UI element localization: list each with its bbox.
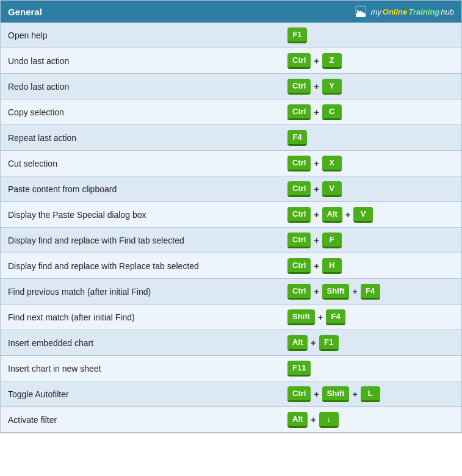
table-row: Find next match (after initial Find)Shif… [1, 305, 461, 330]
table-row: Find previous match (after initial Find)… [1, 279, 461, 305]
row-label: Insert embedded chart [1, 333, 281, 353]
key-badge: F11 [287, 361, 311, 377]
row-label: Open help [1, 26, 281, 45]
key-badge: Alt [287, 412, 308, 428]
key-badge: F4 [287, 130, 307, 146]
row-label: Find next match (after initial Find) [1, 308, 281, 327]
key-badge: F [322, 233, 342, 248]
key-separator: + [352, 287, 358, 297]
key-separator: + [313, 107, 319, 117]
key-badge: ↓ [319, 412, 339, 428]
key-badge: Shift [322, 386, 350, 402]
row-keys: F1 [281, 24, 461, 47]
key-separator: + [313, 56, 319, 66]
key-badge: Ctrl [287, 386, 311, 402]
row-keys: Ctrl+V [281, 178, 461, 201]
table-row: Open helpF1 [1, 23, 461, 48]
table-row: Display the Paste Special dialog boxCtrl… [1, 202, 461, 228]
key-separator: + [317, 312, 323, 322]
key-badge: Ctrl [287, 233, 311, 248]
key-badge: Ctrl [287, 207, 311, 223]
table-row: Activate filterAlt+↓ [1, 407, 461, 433]
logo: ▶ myOnlineTraininghub [355, 5, 454, 18]
key-badge: H [322, 258, 342, 274]
row-keys: Ctrl+Y [281, 75, 461, 98]
key-separator: + [313, 184, 319, 194]
shortcut-table: General ▶ myOnlineTraininghub Open helpF… [0, 0, 462, 433]
table-row: Paste content from clipboardCtrl+V [1, 176, 461, 202]
key-separator: + [352, 389, 358, 399]
row-keys: F11 [281, 357, 461, 380]
row-label: Paste content from clipboard [1, 179, 281, 199]
row-label: Cut selection [1, 154, 281, 173]
row-label: Redo last action [1, 77, 281, 96]
row-keys: Ctrl+H [281, 254, 461, 278]
row-label: Repeat last action [1, 128, 281, 148]
row-keys: Ctrl+Alt+V [281, 203, 461, 226]
key-badge: Ctrl [287, 258, 311, 274]
key-separator: + [313, 261, 319, 271]
key-badge: Z [322, 53, 342, 69]
table-row: Display find and replace with Find tab s… [1, 228, 461, 253]
logo-my: my [370, 7, 381, 16]
row-keys: Ctrl+Shift+F4 [281, 280, 461, 303]
row-label: Insert chart in new sheet [1, 359, 281, 378]
row-label: Undo last action [1, 51, 281, 71]
row-label: Display find and replace with Find tab s… [1, 231, 281, 250]
key-separator: + [310, 338, 316, 348]
row-label: Activate filter [1, 410, 281, 430]
row-label: Toggle Autofilter [1, 384, 281, 404]
table-title: General [8, 7, 42, 17]
key-separator: + [313, 82, 319, 92]
row-keys: Ctrl+Z [281, 49, 461, 73]
table-row: Insert chart in new sheetF11 [1, 356, 461, 381]
rows-container: Open helpF1Undo last actionCtrl+ZRedo la… [1, 23, 461, 433]
row-keys: F4 [281, 126, 461, 150]
row-keys: Ctrl+C [281, 101, 461, 124]
table-row: Undo last actionCtrl+Z [1, 48, 461, 74]
key-badge: V [353, 207, 373, 223]
key-badge: V [322, 181, 342, 197]
key-badge: F4 [326, 309, 345, 325]
logo-online: Online [383, 7, 407, 16]
key-badge: F1 [287, 27, 307, 43]
key-badge: Ctrl [287, 79, 311, 95]
row-label: Copy selection [1, 103, 281, 122]
key-badge: F4 [361, 284, 380, 300]
key-badge: Shift [322, 284, 350, 300]
key-separator: + [313, 389, 319, 399]
key-badge: Ctrl [287, 104, 311, 120]
key-badge: F1 [319, 335, 339, 351]
row-label: Find previous match (after initial Find) [1, 282, 281, 301]
table-row: Copy selectionCtrl+C [1, 99, 461, 125]
key-badge: Ctrl [287, 53, 311, 69]
row-label: Display find and replace with Replace ta… [1, 256, 281, 276]
key-separator: + [313, 159, 319, 168]
key-badge: Alt [322, 207, 342, 223]
key-badge: Ctrl [287, 284, 311, 300]
key-badge: Y [322, 79, 342, 95]
table-row: Redo last actionCtrl+Y [1, 74, 461, 99]
row-keys: Ctrl+Shift+L [281, 383, 461, 406]
key-badge: X [322, 156, 342, 171]
row-keys: Alt+↓ [281, 408, 461, 431]
logo-icon: ▶ [355, 5, 367, 18]
table-row: Cut selectionCtrl+X [1, 151, 461, 176]
table-header: General ▶ myOnlineTraininghub [1, 1, 461, 23]
key-badge: C [322, 104, 342, 120]
table-row: Toggle AutofilterCtrl+Shift+L [1, 381, 461, 407]
key-separator: + [313, 210, 319, 220]
key-badge: Ctrl [287, 181, 311, 197]
key-badge: Ctrl [287, 156, 311, 171]
row-keys: Ctrl+X [281, 152, 461, 175]
row-keys: Alt+F1 [281, 331, 461, 355]
logo-training: Training [408, 7, 439, 16]
key-separator: + [345, 210, 351, 220]
table-row: Insert embedded chartAlt+F1 [1, 330, 461, 356]
key-badge: L [361, 386, 380, 402]
row-keys: Ctrl+F [281, 229, 461, 252]
row-keys: Shift+F4 [281, 306, 461, 329]
table-row: Repeat last actionF4 [1, 125, 461, 151]
key-badge: Shift [287, 309, 315, 325]
logo-hub: hub [441, 7, 454, 16]
